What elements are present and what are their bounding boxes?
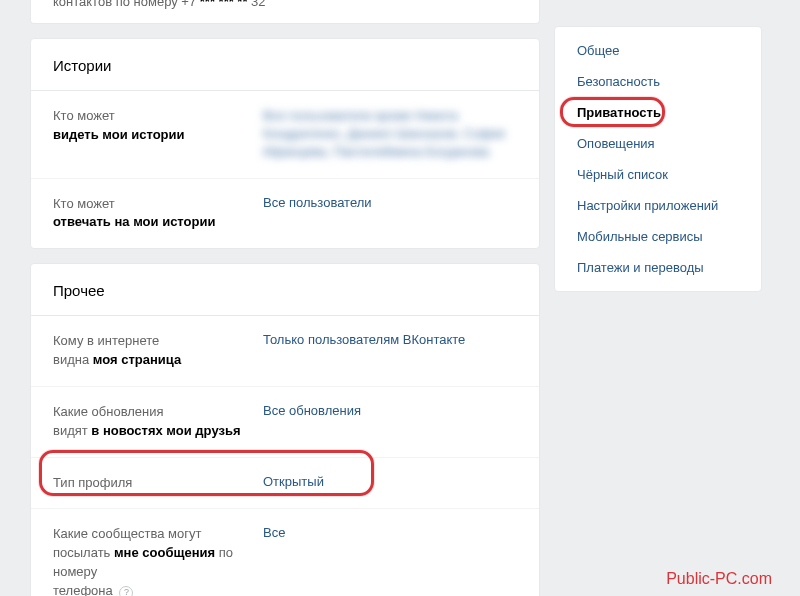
- sidebar-item-notifications[interactable]: Оповещения: [555, 128, 761, 159]
- row-label: Какие обновления видят в новостях мои др…: [53, 403, 263, 441]
- other-header: Прочее: [31, 264, 539, 316]
- sidebar-item-privacy[interactable]: Приватность: [555, 97, 761, 128]
- sidebar-item-payments[interactable]: Платежи и переводы: [555, 252, 761, 283]
- watermark-text: Public-PC.com: [666, 570, 772, 588]
- row-value-link[interactable]: Все обновления: [263, 403, 361, 418]
- sidebar-item-blacklist[interactable]: Чёрный список: [555, 159, 761, 190]
- stories-header: Истории: [31, 39, 539, 91]
- row-label: Тип профиля: [53, 474, 263, 493]
- row-community-messages[interactable]: Какие сообщества могут посылать мне сооб…: [31, 509, 539, 596]
- row-value-link[interactable]: Только пользователям ВКонтакте: [263, 332, 465, 347]
- stories-section: Истории Кто может видеть мои истории Все…: [30, 38, 540, 249]
- truncated-top-card: контактов по номеру +7 *** *** ** 32: [30, 0, 540, 24]
- row-profile-type[interactable]: Тип профиля Открытый: [31, 458, 539, 510]
- row-who-sees-stories[interactable]: Кто может видеть мои истории Все пользов…: [31, 91, 539, 179]
- sidebar-item-security[interactable]: Безопасность: [555, 66, 761, 97]
- row-value-link[interactable]: Открытый: [263, 474, 324, 489]
- sidebar-item-app-settings[interactable]: Настройки приложений: [555, 190, 761, 221]
- other-section: Прочее Кому в интернете видна моя страни…: [30, 263, 540, 596]
- blurred-value: Все пользователи кроме Никита Кондратенк…: [263, 107, 505, 162]
- row-value-link[interactable]: Все пользователи: [263, 195, 372, 210]
- settings-sidebar: Общее Безопасность Приватность Оповещени…: [554, 26, 762, 292]
- row-news-updates[interactable]: Какие обновления видят в новостях мои др…: [31, 387, 539, 458]
- sidebar-item-general[interactable]: Общее: [555, 35, 761, 66]
- row-page-visibility[interactable]: Кому в интернете видна моя страница Толь…: [31, 316, 539, 387]
- row-who-replies-stories[interactable]: Кто может отвечать на мои истории Все по…: [31, 179, 539, 249]
- row-label: Какие сообщества могут посылать мне сооб…: [53, 525, 263, 596]
- help-icon[interactable]: ?: [119, 586, 133, 596]
- truncated-text: контактов по номеру +7 *** *** ** 32: [53, 0, 266, 9]
- sidebar-item-mobile[interactable]: Мобильные сервисы: [555, 221, 761, 252]
- row-label: Кто может отвечать на мои истории: [53, 195, 263, 233]
- row-value-link[interactable]: Все: [263, 525, 285, 540]
- row-label: Кому в интернете видна моя страница: [53, 332, 263, 370]
- row-label: Кто может видеть мои истории: [53, 107, 263, 145]
